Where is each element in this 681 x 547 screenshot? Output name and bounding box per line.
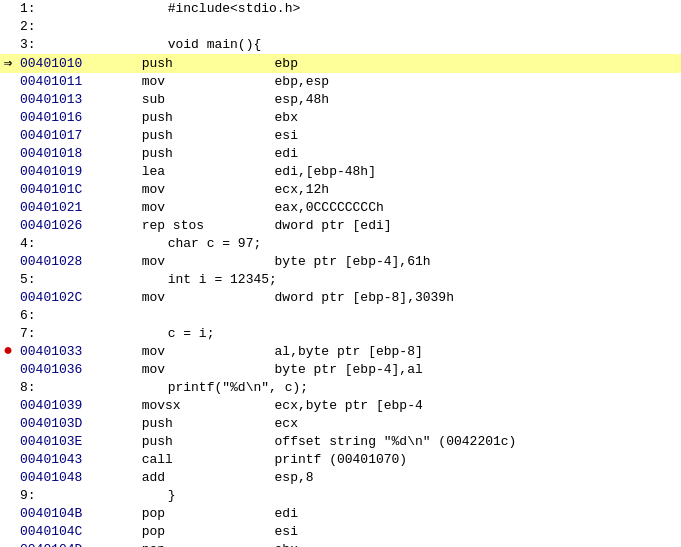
table-row: 00401013subesp,48h (0, 91, 681, 109)
asm-mnemonic: push (140, 109, 273, 127)
gutter-cell (0, 199, 16, 217)
asm-operands: esi (273, 127, 681, 145)
gutter-cell (0, 235, 16, 253)
asm-operands: ecx,12h (273, 181, 681, 199)
gutter-cell (0, 289, 16, 307)
current-line-arrow: ⇒ (4, 55, 12, 71)
table-row: 7: c = i; (0, 325, 681, 343)
asm-operands: esp,8 (273, 469, 681, 487)
table-row: 00401021moveax,0CCCCCCCCh (0, 199, 681, 217)
table-row: 00401028movbyte ptr [ebp-4],61h (0, 253, 681, 271)
asm-mnemonic: pop (140, 523, 273, 541)
source-line-content (140, 18, 681, 36)
source-line-content: char c = 97; (140, 235, 681, 253)
gutter-cell (0, 451, 16, 469)
gutter-cell (0, 307, 16, 325)
asm-operands: byte ptr [ebp-4],61h (273, 253, 681, 271)
table-row: 00401011movebp,esp (0, 73, 681, 91)
gutter-cell (0, 109, 16, 127)
source-line-number: 8: (16, 379, 140, 397)
source-line-content: } (140, 487, 681, 505)
table-row: 3: void main(){ (0, 36, 681, 54)
asm-address: 00401043 (16, 451, 140, 469)
gutter-cell (0, 361, 16, 379)
asm-address: 00401016 (16, 109, 140, 127)
asm-mnemonic: mov (140, 73, 273, 91)
asm-address: 0040104C (16, 523, 140, 541)
asm-mnemonic: pop (140, 541, 273, 547)
gutter-cell (0, 145, 16, 163)
asm-operands: ebx (273, 109, 681, 127)
table-row: 00401019leaedi,[ebp-48h] (0, 163, 681, 181)
asm-mnemonic: mov (140, 199, 273, 217)
gutter-cell (0, 73, 16, 91)
asm-address: 0040103E (16, 433, 140, 451)
gutter-cell (0, 0, 16, 18)
asm-operands: ebp (273, 54, 681, 73)
gutter-cell (0, 253, 16, 271)
gutter-cell (0, 18, 16, 36)
table-row: 00401048addesp,8 (0, 469, 681, 487)
asm-address: 00401011 (16, 73, 140, 91)
table-row: 0040103Dpushecx (0, 415, 681, 433)
source-line-number: 7: (16, 325, 140, 343)
gutter-cell (0, 217, 16, 235)
gutter-cell (0, 433, 16, 451)
asm-operands: edi (273, 145, 681, 163)
asm-mnemonic: rep stos (140, 217, 273, 235)
asm-mnemonic: mov (140, 181, 273, 199)
table-row: 00401026rep stosdword ptr [edi] (0, 217, 681, 235)
table-row: 00401043callprintf (00401070) (0, 451, 681, 469)
gutter-cell (0, 397, 16, 415)
asm-operands: offset string "%d\n" (0042201c) (273, 433, 681, 451)
asm-address: 00401033 (16, 343, 140, 361)
source-line-number: 4: (16, 235, 140, 253)
gutter-cell (0, 415, 16, 433)
asm-mnemonic: push (140, 415, 273, 433)
gutter-cell: ● (0, 343, 16, 361)
gutter-cell (0, 379, 16, 397)
asm-mnemonic: add (140, 469, 273, 487)
source-line-number: 3: (16, 36, 140, 54)
asm-operands: dword ptr [ebp-8],3039h (273, 289, 681, 307)
table-row: 0040101Cmovecx,12h (0, 181, 681, 199)
table-row: 4: char c = 97; (0, 235, 681, 253)
asm-operands: esp,48h (273, 91, 681, 109)
source-line-content (140, 307, 681, 325)
asm-mnemonic: push (140, 127, 273, 145)
table-row: 00401018pushedi (0, 145, 681, 163)
source-line-content: #include<stdio.h> (140, 0, 681, 18)
asm-operands: al,byte ptr [ebp-8] (273, 343, 681, 361)
table-row: 00401016pushebx (0, 109, 681, 127)
asm-address: 00401036 (16, 361, 140, 379)
asm-operands: edi (273, 505, 681, 523)
asm-address: 00401048 (16, 469, 140, 487)
breakpoint-indicator: ● (3, 342, 13, 360)
asm-address: 00401013 (16, 91, 140, 109)
gutter-cell (0, 505, 16, 523)
asm-operands: ebx (273, 541, 681, 547)
code-area[interactable]: 1: #include<stdio.h>2:3: void main(){⇒00… (0, 0, 681, 547)
asm-address: 00401026 (16, 217, 140, 235)
table-row: 00401017pushesi (0, 127, 681, 145)
asm-mnemonic: mov (140, 253, 273, 271)
asm-operands: esi (273, 523, 681, 541)
source-line-content: c = i; (140, 325, 681, 343)
asm-address: 00401010 (16, 54, 140, 73)
table-row: ●00401033moval,byte ptr [ebp-8] (0, 343, 681, 361)
asm-mnemonic: call (140, 451, 273, 469)
asm-mnemonic: pop (140, 505, 273, 523)
asm-operands: edi,[ebp-48h] (273, 163, 681, 181)
asm-operands: ebp,esp (273, 73, 681, 91)
asm-address: 0040104D (16, 541, 140, 547)
gutter-cell (0, 36, 16, 54)
gutter-cell: ⇒ (0, 54, 16, 73)
source-line-content: printf("%d\n", c); (140, 379, 681, 397)
asm-operands: ecx (273, 415, 681, 433)
asm-mnemonic: push (140, 145, 273, 163)
asm-address: 00401021 (16, 199, 140, 217)
gutter-cell (0, 127, 16, 145)
asm-mnemonic: push (140, 433, 273, 451)
asm-address: 00401018 (16, 145, 140, 163)
table-row: 0040104Bpopedi (0, 505, 681, 523)
